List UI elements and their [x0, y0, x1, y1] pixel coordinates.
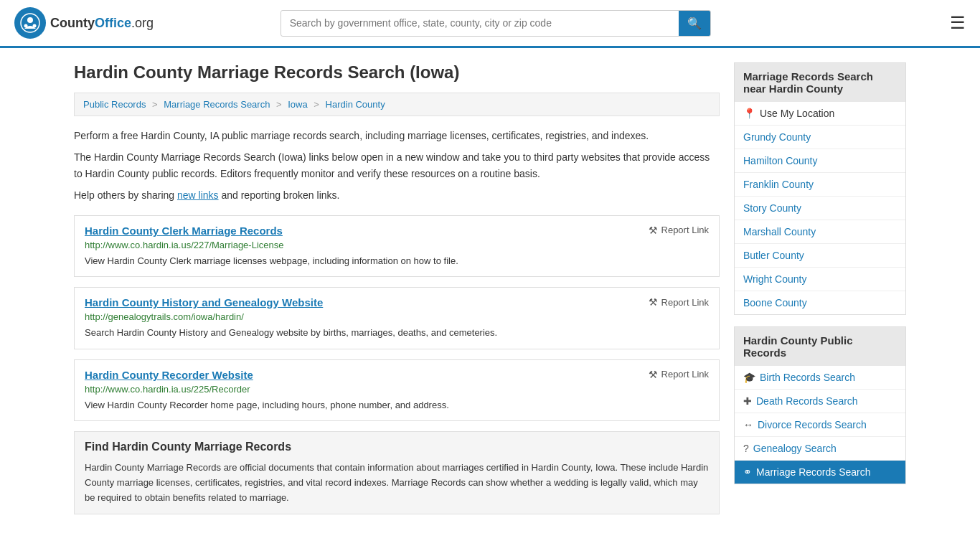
record-url-0: http://www.co.hardin.ia.us/227/Marriage-… [85, 240, 709, 250]
desc-para-2: The Hardin County Marriage Records Searc… [74, 149, 720, 182]
search-button[interactable]: 🔍 [679, 11, 710, 36]
header: CountyOffice.org 🔍 ☰ [0, 0, 980, 48]
report-link-1[interactable]: ⚒ Report Link [649, 296, 709, 308]
desc-para-1: Perform a free Hardin County, IA public … [74, 128, 720, 143]
sidebar-county-hamilton[interactable]: Hamilton County [735, 149, 905, 173]
breadcrumb: Public Records > Marriage Records Search… [74, 93, 720, 116]
content-area: Hardin County Marriage Records Search (I… [74, 62, 720, 514]
breadcrumb-sep-2: > [276, 99, 284, 110]
breadcrumb-hardin[interactable]: Hardin County [326, 99, 385, 110]
report-icon-1: ⚒ [649, 296, 658, 308]
find-section: Find Hardin County Marriage Records Hard… [74, 431, 720, 514]
svg-point-2 [24, 24, 28, 28]
record-card: Hardin County Clerk Marriage Records ⚒ R… [74, 215, 720, 278]
search-icon: 🔍 [687, 17, 702, 29]
nearby-counties-box: Marriage Records Search near Hardin Coun… [734, 62, 906, 315]
logo-area[interactable]: CountyOffice.org [14, 7, 154, 39]
sidebar-county-franklin[interactable]: Franklin County [735, 173, 905, 197]
find-desc: Hardin County Marriage Records are offic… [85, 461, 709, 505]
svg-point-3 [33, 24, 37, 28]
report-link-0[interactable]: ⚒ Report Link [649, 225, 709, 236]
public-records-box: Hardin County Public Records 🎓 Birth Rec… [734, 326, 906, 484]
sidebar-county-boone[interactable]: Boone County [735, 291, 905, 314]
birth-label: Birth Records Search [760, 372, 855, 383]
sidebar-use-location[interactable]: 📍 Use My Location [735, 102, 905, 126]
report-label-2: Report Link [661, 369, 709, 380]
desc-para-3: Help others by sharing new links and rep… [74, 187, 720, 203]
nearby-counties-header: Marriage Records Search near Hardin Coun… [735, 63, 905, 102]
breadcrumb-sep-3: > [314, 99, 321, 110]
new-links-link[interactable]: new links [177, 189, 219, 201]
sidebar-county-butler[interactable]: Butler County [735, 244, 905, 268]
description-block: Perform a free Hardin County, IA public … [74, 128, 720, 204]
sidebar-county-marshall[interactable]: Marshall County [735, 220, 905, 244]
desc-para-3-pre: Help others by sharing [74, 189, 177, 201]
use-my-location-label: Use My Location [760, 108, 834, 119]
breadcrumb-iowa[interactable]: Iowa [288, 99, 307, 110]
report-icon-0: ⚒ [649, 225, 658, 236]
location-pin-icon: 📍 [743, 108, 755, 119]
nearby-counties-list: 📍 Use My Location Grundy County Hamilton… [735, 102, 905, 314]
report-link-2[interactable]: ⚒ Report Link [649, 369, 709, 380]
county-label: Wright County [743, 273, 806, 285]
breadcrumb-marriage-records[interactable]: Marriage Records Search [164, 99, 270, 110]
svg-point-1 [27, 17, 33, 23]
county-label: Hamilton County [743, 155, 818, 166]
record-desc-0: View Hardin County Clerk marriage licens… [85, 254, 709, 268]
county-label: Franklin County [743, 179, 814, 190]
record-url-2: http://www.co.hardin.ia.us/225/Recorder [85, 384, 709, 395]
report-label-1: Report Link [661, 297, 709, 308]
record-title-1[interactable]: Hardin County History and Genealogy Webs… [85, 296, 323, 309]
birth-icon: 🎓 [743, 372, 755, 383]
marriage-label: Marriage Records Search [756, 466, 871, 478]
record-card: Hardin County History and Genealogy Webs… [74, 287, 720, 349]
breadcrumb-public-records[interactable]: Public Records [83, 99, 146, 110]
record-desc-1: Search Hardin County History and Genealo… [85, 326, 709, 340]
sidebar-county-story[interactable]: Story County [735, 197, 905, 220]
sidebar-county-wright[interactable]: Wright County [735, 268, 905, 291]
hamburger-menu[interactable]: ☰ [950, 13, 966, 33]
logo-text: CountyOffice.org [50, 16, 154, 31]
county-label: Story County [743, 202, 801, 214]
sidebar: Marriage Records Search near Hardin Coun… [734, 62, 906, 514]
breadcrumb-sep-1: > [152, 99, 160, 110]
record-card-header: Hardin County Recorder Website ⚒ Report … [85, 369, 709, 381]
logo-icon [14, 7, 46, 39]
county-label: Grundy County [743, 131, 811, 143]
public-records-list: 🎓 Birth Records Search ✚ Death Records S… [735, 366, 905, 484]
find-title: Find Hardin County Marriage Records [85, 441, 709, 453]
record-card-header: Hardin County History and Genealogy Webs… [85, 296, 709, 309]
search-bar: 🔍 [281, 10, 711, 37]
sidebar-death-records[interactable]: ✚ Death Records Search [735, 390, 905, 413]
main-wrap: Hardin County Marriage Records Search (I… [60, 48, 920, 529]
record-title[interactable]: Hardin County Clerk Marriage Records [85, 225, 283, 237]
sidebar-birth-records[interactable]: 🎓 Birth Records Search [735, 366, 905, 390]
death-icon: ✚ [743, 395, 752, 407]
county-label: Butler County [743, 250, 804, 261]
public-records-header: Hardin County Public Records [735, 327, 905, 366]
genealogy-label: Genealogy Search [753, 443, 837, 454]
divorce-label: Divorce Records Search [758, 419, 867, 430]
genealogy-icon: ? [743, 443, 749, 454]
marriage-icon: ⚭ [743, 466, 752, 478]
record-desc-2: View Hardin County Recorder home page, i… [85, 398, 709, 413]
page-title: Hardin County Marriage Records Search (I… [74, 62, 720, 83]
sidebar-divorce-records[interactable]: ↔ Divorce Records Search [735, 413, 905, 437]
sidebar-county-grundy[interactable]: Grundy County [735, 126, 905, 149]
county-label: Marshall County [743, 226, 816, 237]
search-input[interactable] [281, 11, 679, 34]
sidebar-marriage-records[interactable]: ⚭ Marriage Records Search [735, 461, 905, 484]
report-label-0: Report Link [661, 225, 709, 235]
death-label: Death Records Search [756, 395, 858, 407]
record-card: Hardin County Recorder Website ⚒ Report … [74, 359, 720, 422]
desc-para-3-post: and reporting broken links. [219, 189, 340, 201]
record-card-header: Hardin County Clerk Marriage Records ⚒ R… [85, 225, 709, 237]
divorce-icon: ↔ [743, 419, 753, 430]
record-url-1: http://genealogytrails.com/iowa/hardin/ [85, 311, 709, 322]
sidebar-genealogy[interactable]: ? Genealogy Search [735, 437, 905, 461]
record-title-2[interactable]: Hardin County Recorder Website [85, 369, 253, 381]
county-label: Boone County [743, 297, 807, 309]
report-icon-2: ⚒ [649, 369, 658, 380]
